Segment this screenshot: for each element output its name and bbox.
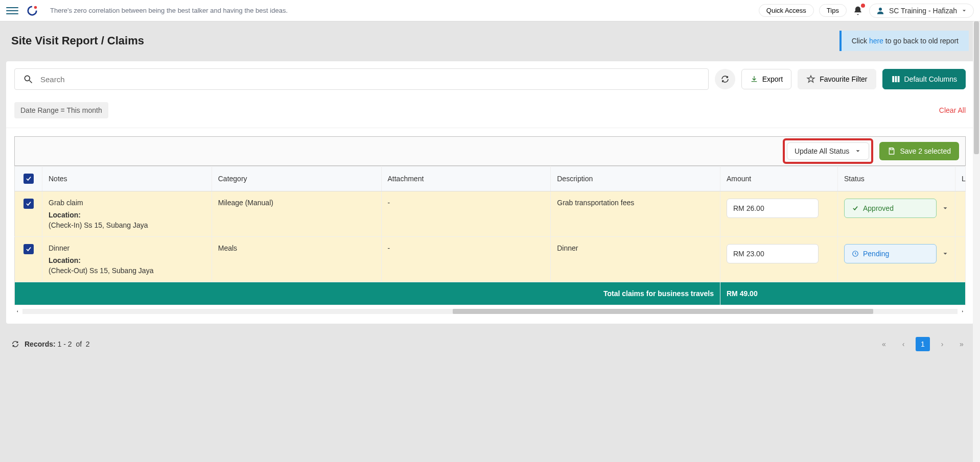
cell-description: Dinner (551, 237, 720, 282)
page-number-current[interactable]: 1 (916, 337, 930, 351)
default-columns-button[interactable]: Default Columns (882, 69, 966, 89)
search-input[interactable] (40, 75, 700, 84)
columns-icon (891, 75, 900, 84)
chevron-down-icon[interactable] (942, 250, 949, 257)
user-icon (876, 6, 885, 15)
menu-hamburger-icon[interactable] (6, 5, 18, 17)
svg-point-3 (25, 76, 30, 81)
caret-right-icon (961, 309, 965, 313)
claims-table: Notes Category Attachment Description Am… (14, 166, 966, 305)
back-to-old-banner: Click here to go back to old report (839, 31, 969, 51)
amount-input[interactable]: RM 23.00 (727, 244, 819, 263)
total-row: Total claims for business travels RM 49.… (15, 282, 966, 305)
notes-title: Grab claim (49, 199, 205, 207)
header-notes[interactable]: Notes (42, 166, 212, 191)
vertical-scrollbar-thumb[interactable] (974, 21, 979, 154)
table-actions-bar: Update All Status Save 2 selected (14, 136, 966, 166)
refresh-icon (720, 75, 730, 84)
chevron-down-icon (961, 8, 967, 14)
update-status-highlight: Update All Status (783, 138, 873, 164)
main-card: Export Favourite Filter Default Columns … (6, 61, 974, 324)
refresh-icon[interactable] (11, 340, 19, 348)
pagination: « ‹ 1 › » (877, 337, 969, 351)
star-icon (806, 75, 815, 84)
svg-point-1 (34, 6, 37, 9)
toolbar: Export Favourite Filter Default Columns (6, 61, 974, 97)
search-icon (23, 74, 33, 84)
header-last[interactable]: L (955, 166, 966, 191)
chevron-down-icon[interactable] (942, 205, 949, 212)
location-value: (Check-Out) Ss 15, Subang Jaya (49, 266, 205, 275)
header-category[interactable]: Category (212, 166, 381, 191)
vertical-scrollbar[interactable] (973, 21, 980, 462)
notification-dot-icon (861, 4, 865, 8)
check-icon (25, 200, 32, 207)
date-range-filter-chip[interactable]: Date Range = This month (14, 102, 108, 118)
header-status[interactable]: Status (838, 166, 955, 191)
header-description[interactable]: Description (551, 166, 720, 191)
cell-amount: RM 23.00 (720, 237, 838, 282)
page-last-button[interactable]: » (954, 337, 969, 351)
footer: Records: 1 - 2 of 2 « ‹ 1 › » (0, 329, 980, 355)
table-wrap: Update All Status Save 2 selected Notes (6, 128, 974, 324)
cell-description: Grab transportation fees (551, 191, 720, 237)
header-amount[interactable]: Amount (720, 166, 838, 191)
check-icon (852, 205, 859, 212)
svg-line-4 (30, 81, 32, 83)
quick-access-button[interactable]: Quick Access (759, 4, 814, 17)
update-all-status-button[interactable]: Update All Status (787, 142, 869, 160)
title-row: Site Visit Report / Claims Click here to… (0, 21, 980, 56)
cell-status: Pending (838, 237, 955, 282)
amount-input[interactable]: RM 26.00 (727, 199, 819, 218)
user-menu[interactable]: SC Training - Hafizah (869, 4, 974, 18)
records-label: Records: (25, 340, 56, 348)
total-label: Total claims for business travels (15, 282, 720, 305)
svg-rect-7 (897, 76, 899, 82)
table-row: Dinner Location: (Check-Out) Ss 15, Suba… (15, 237, 966, 282)
cell-last (955, 191, 966, 237)
page-title: Site Visit Report / Claims (11, 34, 839, 47)
page-first-button[interactable]: « (877, 337, 891, 351)
clear-all-link[interactable]: Clear All (939, 106, 966, 114)
location-value: (Check-In) Ss 15, Subang Jaya (49, 221, 205, 229)
row-checkbox[interactable] (24, 244, 34, 254)
cell-status: Approved (838, 191, 955, 237)
svg-rect-6 (895, 76, 897, 82)
save-icon (888, 147, 896, 155)
header-checkbox[interactable] (15, 166, 42, 191)
location-label: Location: (49, 211, 205, 219)
svg-rect-8 (891, 148, 893, 150)
cell-notes: Dinner Location: (Check-Out) Ss 15, Suba… (42, 237, 212, 282)
clock-icon (852, 250, 859, 257)
refresh-button[interactable] (715, 69, 735, 89)
svg-rect-5 (892, 76, 894, 82)
check-icon (25, 246, 32, 253)
table-row: Grab claim Location: (Check-In) Ss 15, S… (15, 191, 966, 237)
row-checkbox[interactable] (24, 199, 34, 209)
status-select-pending[interactable]: Pending (844, 244, 937, 263)
check-icon (25, 175, 32, 182)
status-select-approved[interactable]: Approved (844, 199, 937, 218)
page-prev-button[interactable]: ‹ (896, 337, 911, 351)
back-to-old-link[interactable]: here (869, 37, 883, 45)
total-value: RM 49.00 (720, 282, 966, 305)
cell-notes: Grab claim Location: (Check-In) Ss 15, S… (42, 191, 212, 237)
page-next-button[interactable]: › (935, 337, 949, 351)
app-logo[interactable] (27, 5, 38, 16)
tips-button[interactable]: Tips (819, 4, 847, 17)
search-wrap (14, 68, 709, 90)
export-button[interactable]: Export (741, 69, 791, 89)
table-header-row: Notes Category Attachment Description Am… (15, 166, 966, 191)
favourite-filter-button[interactable]: Favourite Filter (798, 69, 876, 89)
notification-bell-icon[interactable] (852, 5, 864, 17)
filter-row: Date Range = This month Clear All (6, 97, 974, 128)
horizontal-scrollbar[interactable] (14, 307, 966, 315)
cell-amount: RM 26.00 (720, 191, 838, 237)
tagline-text: There's zero correlation between being t… (50, 7, 759, 14)
scrollbar-thumb[interactable] (453, 309, 874, 314)
cell-last (955, 237, 966, 282)
topbar: There's zero correlation between being t… (0, 0, 980, 21)
save-selected-button[interactable]: Save 2 selected (879, 142, 959, 160)
header-attachment[interactable]: Attachment (381, 166, 551, 191)
notes-title: Dinner (49, 244, 205, 252)
